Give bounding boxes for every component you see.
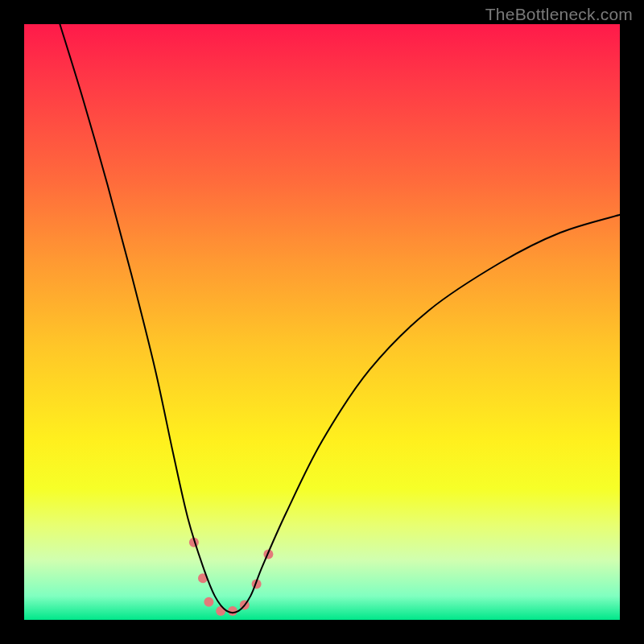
highlight-group — [189, 538, 274, 616]
highlight-dot — [228, 606, 237, 616]
highlight-dot — [204, 597, 213, 607]
curve-layer — [24, 24, 620, 620]
bottleneck-curve — [60, 24, 620, 613]
highlight-dot — [216, 606, 225, 616]
watermark-text: TheBottleneck.com — [485, 5, 633, 24]
chart-frame: TheBottleneck.com — [0, 0, 644, 644]
